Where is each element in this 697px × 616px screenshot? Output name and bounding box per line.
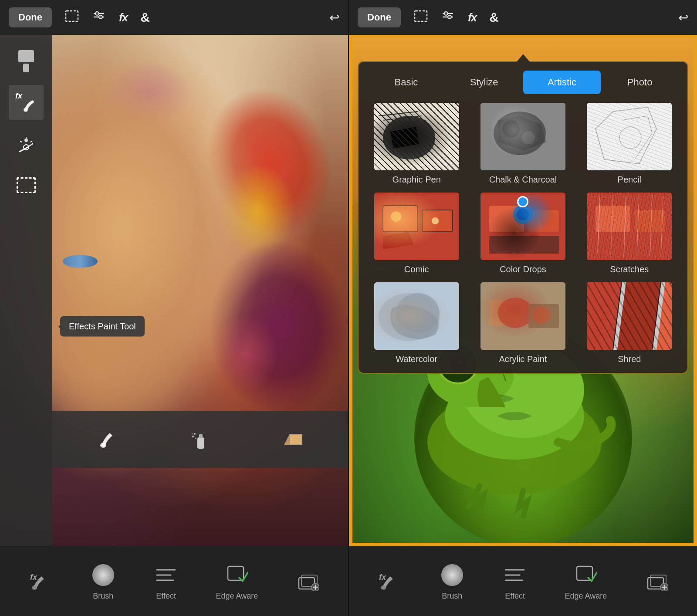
- svg-rect-65: [528, 210, 559, 232]
- svg-point-92: [381, 586, 386, 590]
- wand-icon: [15, 133, 37, 155]
- sub-tools-row: [52, 411, 348, 468]
- brush-subtool[interactable]: [92, 424, 123, 455]
- svg-rect-80: [480, 282, 565, 350]
- filter-acrylic-paint[interactable]: Acrylic Paint: [474, 282, 572, 364]
- left-bottom-fxpaint[interactable]: fx: [27, 568, 53, 594]
- layers-icon: [295, 568, 321, 594]
- filter-scratches[interactable]: Scratches: [580, 193, 679, 274]
- svg-line-76: [661, 196, 663, 257]
- brush-label: Brush: [93, 592, 113, 601]
- filter-label-color-drops: Color Drops: [500, 264, 546, 274]
- svg-rect-59: [383, 206, 418, 232]
- svg-line-72: [611, 195, 613, 256]
- svg-point-5: [24, 108, 28, 112]
- right-fx-icon[interactable]: fx: [468, 11, 476, 24]
- stamp-icon: [15, 50, 37, 72]
- right-effect-icon: [502, 562, 528, 588]
- right-bottom-fxpaint[interactable]: fx: [376, 568, 402, 594]
- svg-point-84: [533, 306, 550, 324]
- left-selection-icon[interactable]: [65, 10, 79, 25]
- filter-thumb-scratches: [587, 193, 672, 260]
- right-adjust-icon[interactable]: [441, 10, 455, 25]
- eraser-subtool[interactable]: [278, 424, 308, 455]
- filter-thumb-shred: [587, 282, 672, 350]
- svg-point-57: [619, 127, 641, 149]
- right-brush-icon: [439, 562, 465, 588]
- svg-line-89: [613, 282, 622, 350]
- left-bottom-brush[interactable]: Brush: [90, 562, 116, 601]
- tab-basic[interactable]: Basic: [367, 71, 445, 94]
- svg-rect-15: [199, 434, 203, 438]
- svg-point-16: [192, 436, 194, 437]
- svg-line-50: [383, 116, 422, 120]
- right-undo-icon[interactable]: ↩: [678, 10, 688, 25]
- selection-tool[interactable]: [9, 168, 44, 203]
- svg-rect-14: [197, 437, 204, 449]
- left-blend-icon[interactable]: &: [140, 10, 150, 25]
- filter-label-shred: Shred: [618, 354, 641, 364]
- svg-marker-21: [284, 434, 290, 445]
- edgeaware-icon: [224, 562, 250, 588]
- right-bottom-brush[interactable]: Brush: [439, 562, 465, 601]
- right-layers-icon: [644, 568, 670, 594]
- filter-color-drops[interactable]: Color Drops: [474, 193, 572, 274]
- right-done-button[interactable]: Done: [358, 7, 401, 27]
- svg-rect-58: [374, 193, 459, 260]
- left-adjust-icon[interactable]: [92, 10, 106, 25]
- svg-rect-56: [587, 103, 672, 170]
- svg-rect-28: [228, 566, 244, 580]
- svg-text:fx: fx: [379, 573, 386, 582]
- tab-artistic[interactable]: Artistic: [523, 71, 601, 94]
- filter-graphic-pen[interactable]: Graphic Pen: [367, 103, 466, 185]
- filter-thumb-graphic-pen: [374, 103, 459, 170]
- left-bottom-edgeaware[interactable]: Edge Aware: [216, 562, 258, 601]
- right-edgeaware-icon: [573, 562, 599, 588]
- filter-label-chalk: Chalk & Charcoal: [489, 175, 557, 185]
- spray-subtool[interactable]: [185, 424, 216, 455]
- svg-point-78: [379, 293, 440, 341]
- left-image-area: fx: [0, 35, 348, 546]
- filter-overlay-panel: Basic Stylize Artistic Photo: [358, 61, 688, 374]
- left-topbar: Done fx & ↩: [0, 0, 348, 35]
- filter-shred[interactable]: Shred: [580, 282, 679, 364]
- right-bottom-layers[interactable]: [644, 568, 670, 594]
- filter-thumb-color-drops: [480, 193, 565, 260]
- tab-photo[interactable]: Photo: [601, 71, 679, 94]
- right-effect-label: Effect: [505, 592, 525, 601]
- right-selection-icon[interactable]: [414, 10, 428, 25]
- left-bottom-layers[interactable]: [295, 568, 321, 594]
- right-bottom-edgeaware[interactable]: Edge Aware: [565, 562, 607, 601]
- tools-sidebar: fx: [0, 35, 52, 546]
- svg-point-19: [195, 438, 196, 439]
- svg-line-75: [650, 195, 652, 256]
- svg-point-37: [444, 12, 448, 15]
- left-fx-icon[interactable]: fx: [119, 11, 127, 24]
- filter-pencil[interactable]: Pencil: [580, 103, 679, 185]
- filter-watercolor[interactable]: Watercolor: [367, 282, 466, 364]
- fx-brush-tool[interactable]: fx: [9, 85, 44, 120]
- filter-comic[interactable]: Comic: [367, 193, 466, 274]
- wand-tool[interactable]: [9, 126, 44, 161]
- right-brush-label: Brush: [442, 592, 462, 601]
- eye-highlight: [63, 255, 98, 268]
- left-done-button[interactable]: Done: [9, 7, 52, 27]
- svg-rect-68: [587, 193, 672, 260]
- svg-point-13: [100, 443, 106, 448]
- svg-marker-88: [656, 282, 672, 350]
- svg-rect-81: [489, 300, 524, 326]
- svg-point-18: [191, 433, 193, 435]
- svg-point-9: [24, 139, 28, 142]
- stamp-tool[interactable]: [9, 44, 44, 78]
- tab-stylize[interactable]: Stylize: [445, 71, 523, 94]
- filter-thumb-chalk: [480, 103, 565, 170]
- svg-point-55: [522, 131, 535, 144]
- svg-point-79: [396, 293, 440, 332]
- filter-chalk-charcoal[interactable]: Chalk & Charcoal: [474, 103, 572, 185]
- right-blend-icon[interactable]: &: [489, 10, 499, 25]
- right-bottom-effect[interactable]: Effect: [502, 562, 528, 601]
- filter-label-acrylic: Acrylic Paint: [499, 354, 547, 364]
- left-undo-icon[interactable]: ↩: [329, 10, 339, 25]
- filter-thumb-comic: [374, 193, 459, 260]
- left-bottom-effect[interactable]: Effect: [153, 562, 179, 601]
